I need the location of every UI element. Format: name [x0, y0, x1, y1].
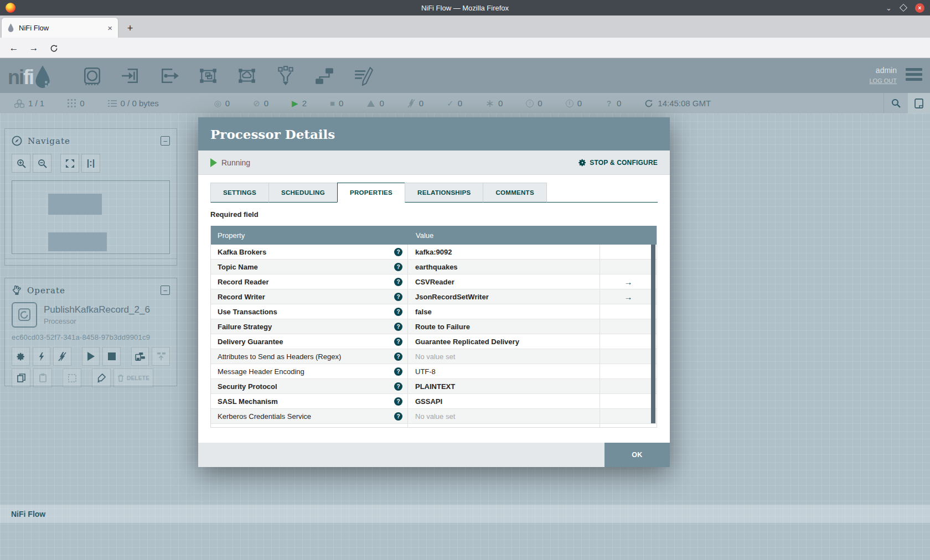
- status-queued: 0 / 0 bytes: [108, 98, 159, 108]
- window-shade-icon[interactable]: ⌄: [886, 4, 892, 12]
- table-row[interactable]: Delivery Guarantee? Guarantee Replicated…: [211, 334, 657, 349]
- help-icon[interactable]: ?: [394, 248, 402, 256]
- disable-button[interactable]: [53, 347, 71, 366]
- table-scrollbar[interactable]: [651, 245, 655, 423]
- zoom-actual-size-button[interactable]: |:|: [81, 154, 100, 173]
- copy-button[interactable]: [12, 369, 30, 387]
- window-maximize-icon[interactable]: [900, 4, 907, 12]
- tab-comments[interactable]: COMMENTS: [483, 183, 546, 203]
- birdseye-minimap[interactable]: [12, 180, 170, 254]
- new-tab-button[interactable]: +: [123, 21, 137, 35]
- component-toolbar: [82, 66, 373, 86]
- remote-process-group-icon[interactable]: [237, 66, 257, 86]
- help-icon[interactable]: ?: [394, 382, 402, 391]
- window-titlebar: NiFi Flow — Mozilla Firefox ⌄ ×: [0, 0, 930, 15]
- label-icon[interactable]: [353, 66, 373, 86]
- bulletin-panel-button[interactable]: [908, 93, 930, 113]
- gear-icon: [16, 352, 25, 361]
- locally-modified-asterisk-icon: ∗: [485, 98, 494, 108]
- forward-button[interactable]: →: [25, 40, 42, 56]
- help-icon[interactable]: ?: [394, 293, 402, 301]
- group-button[interactable]: [63, 369, 81, 387]
- table-row[interactable]: SASL Mechanism? GSSAPI: [211, 394, 657, 409]
- table-row[interactable]: Kafka Brokers? kafka:9092: [211, 245, 657, 260]
- process-group-icon[interactable]: [198, 66, 218, 86]
- ok-button[interactable]: OK: [604, 443, 670, 467]
- back-button[interactable]: ←: [6, 40, 22, 56]
- enable-button[interactable]: [33, 347, 51, 366]
- breadcrumb[interactable]: NiFi Flow: [11, 510, 45, 518]
- table-row[interactable]: Kerberos Service Name? No value set: [211, 424, 657, 427]
- table-row[interactable]: Security Protocol? PLAINTEXT: [211, 379, 657, 394]
- current-user: admin: [869, 66, 897, 75]
- tab-properties[interactable]: PROPERTIES: [337, 183, 405, 203]
- help-icon[interactable]: ?: [394, 412, 402, 421]
- start-button[interactable]: [82, 347, 100, 366]
- collapse-navigate-button[interactable]: –: [161, 136, 170, 146]
- table-row[interactable]: Record Writer? JsonRecordSetWriter →: [211, 289, 657, 304]
- stopped-icon: ■: [330, 99, 335, 107]
- status-disabled: 0: [407, 98, 423, 108]
- queued-icon: [108, 100, 117, 107]
- play-icon: [87, 352, 95, 361]
- help-icon[interactable]: ?: [394, 397, 402, 406]
- status-up-to-date: ✓ 0: [447, 98, 462, 108]
- configure-button[interactable]: [12, 347, 30, 366]
- breadcrumb-bar: NiFi Flow: [0, 505, 930, 523]
- revert-flow-version-button[interactable]: [152, 347, 170, 366]
- zoom-out-icon: [38, 159, 47, 168]
- table-row[interactable]: Failure Strategy? Route to Failure: [211, 319, 657, 334]
- table-row[interactable]: Topic Name? earthquakes: [211, 260, 657, 274]
- stop-button[interactable]: [102, 347, 121, 366]
- global-menu-icon[interactable]: [906, 68, 922, 81]
- table-row[interactable]: Record Reader? CSVReader →: [211, 274, 657, 289]
- color-button[interactable]: [92, 369, 111, 387]
- zoom-fit-button[interactable]: [60, 154, 79, 173]
- refresh-icon[interactable]: [644, 99, 653, 108]
- help-icon[interactable]: ?: [394, 352, 402, 361]
- stop-and-configure-button[interactable]: STOP & CONFIGURE: [578, 158, 658, 167]
- save-flow-version-button[interactable]: [131, 347, 149, 366]
- table-row[interactable]: Message Header Encoding? UTF-8: [211, 364, 657, 379]
- status-transmitting: ◎ 0: [214, 98, 230, 108]
- table-row[interactable]: Kerberos Credentials Service? No value s…: [211, 409, 657, 424]
- help-icon[interactable]: ?: [394, 323, 402, 331]
- stale-arrow-icon: ↑: [526, 100, 534, 107]
- selected-component-card: PublishKafkaRecord_2_6 Processor ec60cd0…: [5, 300, 177, 390]
- tab-scheduling[interactable]: SCHEDULING: [268, 183, 338, 203]
- reload-button[interactable]: [45, 40, 62, 56]
- help-icon[interactable]: ?: [394, 263, 402, 271]
- funnel-icon[interactable]: [276, 66, 296, 86]
- table-row[interactable]: Attributes to Send as Headers (Regex)? N…: [211, 349, 657, 364]
- help-icon[interactable]: ?: [394, 367, 402, 376]
- input-port-icon[interactable]: [121, 66, 141, 86]
- window-close-icon[interactable]: ×: [915, 3, 924, 13]
- minimap-component: [48, 194, 102, 215]
- logout-link[interactable]: LOG OUT: [869, 77, 897, 84]
- dialog-title: Processor Details: [210, 127, 335, 142]
- zoom-in-button[interactable]: [12, 154, 30, 173]
- bolt-slash-icon: [58, 352, 66, 361]
- tab-relationships[interactable]: RELATIONSHIPS: [405, 183, 483, 203]
- help-icon[interactable]: ?: [394, 308, 402, 316]
- nifi-header: nifi admin LOG OUT: [0, 58, 930, 93]
- processor-icon[interactable]: [82, 66, 102, 86]
- go-to-service-arrow[interactable]: →: [600, 274, 657, 289]
- collapse-operate-button[interactable]: –: [161, 286, 170, 295]
- help-icon[interactable]: ?: [394, 278, 402, 286]
- dialog-status-row: Running STOP & CONFIGURE: [198, 151, 670, 175]
- tab-close-icon[interactable]: ×: [107, 24, 112, 32]
- table-row[interactable]: Use Transactions? false: [211, 304, 657, 319]
- zoom-out-button[interactable]: [33, 154, 51, 173]
- go-to-service-arrow[interactable]: →: [600, 289, 657, 304]
- help-icon[interactable]: ?: [394, 338, 402, 346]
- paste-button[interactable]: [33, 369, 52, 387]
- output-port-icon[interactable]: [159, 66, 179, 86]
- search-button[interactable]: [884, 93, 908, 113]
- nifi-favicon-drop-icon: [7, 23, 14, 32]
- search-icon: [891, 98, 901, 108]
- tab-settings[interactable]: SETTINGS: [210, 183, 269, 203]
- template-icon[interactable]: [314, 66, 334, 86]
- delete-button[interactable]: DELETE: [113, 369, 153, 387]
- browser-tab[interactable]: NiFi Flow ×: [2, 18, 118, 38]
